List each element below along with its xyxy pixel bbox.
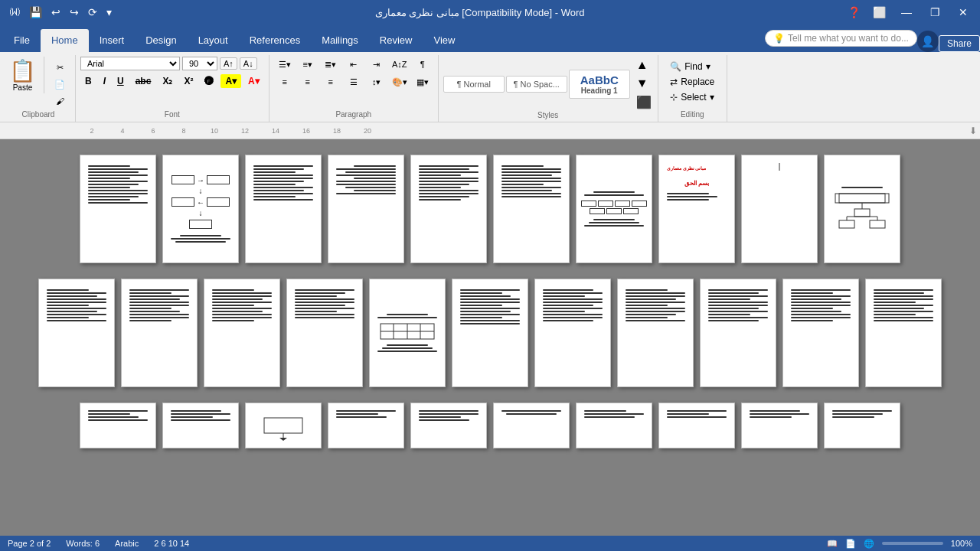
format-painter-button[interactable]: 🖌 [49,93,70,109]
increase-indent-button[interactable]: ⇥ [366,57,387,72]
tab-home[interactable]: Home [41,29,89,52]
tab-insert[interactable]: Insert [89,29,136,52]
show-hide-button[interactable]: ¶ [412,57,433,72]
multilevel-button[interactable]: ≣▾ [320,57,341,72]
page-thumb-13[interactable] [204,279,280,387]
user-avatar[interactable]: 👤 [917,31,939,52]
save-icon[interactable]: 💾 [26,5,45,20]
styles-more-arrow[interactable]: ⬛ [635,93,653,111]
page-thumb-4[interactable] [328,155,404,263]
page-thumb-31[interactable] [824,403,900,448]
subscript-button[interactable]: X₂ [158,74,177,88]
page-thumb-10[interactable] [824,155,900,263]
page-thumb-21[interactable] [865,279,942,387]
numbering-button[interactable]: ≡▾ [297,57,318,72]
page-thumb-1[interactable] [80,155,156,263]
page-thumb-17[interactable] [534,279,611,387]
cut-button[interactable]: ✂ [49,60,70,75]
font-size-select[interactable]: 90 [182,57,217,70]
tab-references[interactable]: References [239,29,311,52]
undo-icon[interactable]: ↩ [48,5,64,20]
page-thumb-25[interactable] [328,403,404,448]
align-left-button[interactable]: ≡ [274,74,296,90]
decrease-font-button[interactable]: A↓ [240,57,257,70]
view-web-icon[interactable]: 🌐 [864,539,874,549]
font-color-button[interactable]: A▾ [243,74,264,88]
underline-button[interactable]: U [113,74,129,88]
view-read-icon[interactable]: 📖 [827,539,838,549]
styles-up-arrow[interactable]: ▲ [635,57,653,73]
page-thumb-7[interactable] [576,155,652,263]
find-button[interactable]: 🔍 Find ▾ [664,60,716,73]
clear-format-button[interactable]: 🅐 [200,74,218,88]
share-button[interactable]: Share [939,35,980,52]
bullets-button[interactable]: ☰▾ [274,57,296,72]
italic-button[interactable]: I [99,74,110,88]
tab-review[interactable]: Review [369,29,423,52]
zoom-slider[interactable] [882,542,943,545]
ribbon-display-icon[interactable]: ⬜ [870,5,889,20]
replace-button[interactable]: ⇄ Replace [664,75,720,89]
help-icon[interactable]: ❓ [844,5,864,20]
tab-design[interactable]: Design [135,29,187,52]
tab-mailings[interactable]: Mailings [311,29,369,52]
borders-button[interactable]: ▦▾ [412,74,433,90]
page-thumb-27[interactable] [493,403,570,448]
page-thumb-29[interactable] [658,403,735,448]
styles-down-arrow[interactable]: ▼ [635,75,653,92]
line [387,314,429,315]
page-thumb-18[interactable] [617,279,694,387]
page-thumb-23[interactable] [162,403,239,448]
tab-view[interactable]: View [423,29,466,52]
strikethrough-button[interactable]: abc [131,74,156,88]
page-thumb-28[interactable] [576,403,652,448]
page-thumb-15[interactable] [369,279,446,387]
align-center-button[interactable]: ≡ [297,74,318,90]
minimize-button[interactable]: — [895,5,918,20]
copy-button[interactable]: 📄 [49,77,70,92]
paste-button[interactable]: 📋 Paste [6,57,39,93]
page-thumb-20[interactable] [782,279,859,387]
style-heading1[interactable]: AaBbC Heading 1 [569,70,630,99]
page-thumb-22[interactable] [80,403,156,448]
close-button[interactable]: ✕ [952,5,974,20]
increase-font-button[interactable]: A↑ [220,57,237,70]
maximize-button[interactable]: ❐ [924,5,946,20]
bold-button[interactable]: B [80,74,96,88]
page-thumb-9[interactable] [741,155,818,263]
page-thumb-24[interactable] [245,403,322,448]
refresh-icon[interactable]: ⟳ [85,5,100,20]
page-thumb-3[interactable] [245,155,322,263]
justify-button[interactable]: ☰ [343,74,364,90]
superscript-button[interactable]: X² [179,74,198,88]
page-thumb-8[interactable]: مبانی نظری معماری بسم الحق [658,155,735,263]
line-spacing-button[interactable]: ↕▾ [366,74,387,90]
style-nospace[interactable]: ¶ No Spac... [506,76,567,93]
page-thumb-12[interactable] [121,279,198,387]
line [874,317,933,318]
tell-me-box[interactable]: 💡 Tell me what you want to do... [765,30,917,47]
redo-icon[interactable]: ↪ [67,5,82,20]
page-thumb-16[interactable] [452,279,528,387]
dropdown-icon[interactable]: ▾ [103,5,115,20]
tab-layout[interactable]: Layout [188,29,239,52]
style-normal[interactable]: ¶ Normal [443,76,505,93]
page-thumb-14[interactable] [286,279,363,387]
page-thumb-6[interactable] [493,155,570,263]
align-right-button[interactable]: ≡ [320,74,341,90]
shading-button[interactable]: 🎨▾ [389,74,410,90]
page-thumb-2[interactable]: → ↓ ← ↓ [162,155,239,263]
page-thumb-30[interactable] [741,403,818,448]
view-print-icon[interactable]: 📄 [845,539,856,549]
decrease-indent-button[interactable]: ⇤ [343,57,364,72]
page-thumb-5[interactable] [410,155,487,263]
highlight-button[interactable]: A▾ [220,74,241,88]
page-thumb-26[interactable] [410,403,487,448]
page-thumb-19[interactable] [700,279,776,387]
select-button[interactable]: ⊹ Select ▾ [664,90,720,104]
ruler-end-arrow[interactable]: ⬇ [969,126,977,136]
page-thumb-11[interactable] [38,279,115,387]
font-family-select[interactable]: Arial [80,57,180,70]
tab-file[interactable]: File [3,29,41,52]
sort-button[interactable]: A↕Z [389,57,410,72]
